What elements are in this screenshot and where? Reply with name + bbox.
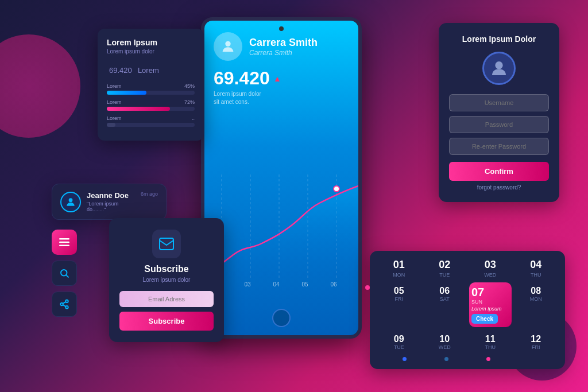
forgot-password-link[interactable]: forgot password? bbox=[449, 184, 549, 191]
login-avatar bbox=[482, 52, 516, 85]
cal-dot-light bbox=[444, 357, 448, 361]
cal-cell-11: 11 THU bbox=[469, 331, 512, 354]
subscribe-title: Subscribe bbox=[119, 264, 214, 274]
stats-card: Lorem Ipsum Lorem ipsum dolor 69.420 Lor… bbox=[98, 29, 204, 141]
tablet-camera bbox=[279, 26, 284, 31]
svg-point-24 bbox=[495, 61, 502, 69]
svg-rect-2 bbox=[59, 242, 69, 243]
cal-cell-06: 06 SAT bbox=[424, 282, 466, 327]
bg-blob-left bbox=[0, 34, 80, 138]
svg-point-0 bbox=[69, 198, 73, 202]
password-input[interactable] bbox=[449, 116, 549, 133]
svg-point-8 bbox=[65, 306, 68, 309]
subscribe-subtitle: Lorem ipsum dolor bbox=[119, 277, 214, 283]
tablet-mockup: Carrera Smith Carrera Smith 69.420 ▲ Lor… bbox=[201, 17, 362, 339]
cal-col-03: 03 WED bbox=[469, 259, 512, 278]
subscribe-card: Subscribe Lorem ipsum dolor Subscribe bbox=[109, 218, 224, 342]
svg-text:05: 05 bbox=[301, 281, 308, 288]
search-button[interactable] bbox=[52, 261, 77, 286]
email-input[interactable] bbox=[119, 291, 214, 307]
svg-text:04: 04 bbox=[273, 281, 280, 288]
tablet-chart: 02 03 04 05 06 bbox=[204, 174, 358, 301]
svg-point-12 bbox=[225, 41, 230, 46]
cal-dot-empty bbox=[528, 357, 532, 361]
svg-line-10 bbox=[63, 302, 65, 304]
cal-cell-08: 08 MON bbox=[515, 282, 558, 327]
user-time: 6m ago bbox=[141, 191, 158, 197]
cal-cell-12: 12 FRI bbox=[515, 331, 558, 354]
user-name: Jeanne Doe bbox=[87, 191, 135, 200]
icon-buttons-group bbox=[52, 230, 77, 317]
cal-cell-05: 05 FRI bbox=[378, 282, 420, 327]
check-button[interactable]: Check bbox=[471, 314, 498, 324]
menu-button[interactable] bbox=[52, 230, 77, 255]
svg-point-7 bbox=[60, 303, 63, 306]
user-quote: "Lorem ipsum do........" bbox=[87, 201, 135, 212]
share-button[interactable] bbox=[52, 292, 77, 317]
cal-dot-blue bbox=[403, 357, 407, 361]
user-card: Jeanne Doe "Lorem ipsum do........" 6m a… bbox=[52, 184, 167, 220]
confirm-button[interactable]: Confirm bbox=[449, 162, 549, 181]
svg-line-5 bbox=[66, 275, 68, 277]
calendar-row-2: 09 TUE 10 WED 11 THU 12 FRI bbox=[378, 331, 557, 354]
svg-text:03: 03 bbox=[244, 281, 251, 288]
bar-row-1: Lorem 45% bbox=[107, 83, 195, 95]
calendar: 01 MON 02 TUE 03 WED 04 THU 05 FRI 06 SA… bbox=[370, 251, 565, 369]
stats-big-number: 69.420 Lorem bbox=[107, 61, 195, 76]
subscribe-button[interactable]: Subscribe bbox=[119, 312, 214, 331]
cal-col-02: 02 TUE bbox=[424, 259, 466, 278]
tablet-avatar bbox=[214, 32, 242, 61]
svg-rect-1 bbox=[59, 238, 69, 240]
bar-row-3: Lorem .. bbox=[107, 115, 195, 127]
stats-card-title: Lorem Ipsum bbox=[107, 38, 195, 47]
svg-line-9 bbox=[63, 305, 65, 306]
tablet-stat: 69.420 ▲ Lorem ipsum dolor sit amet cons… bbox=[204, 68, 358, 106]
username-input[interactable] bbox=[449, 94, 549, 111]
svg-point-4 bbox=[61, 270, 67, 276]
cal-cell-07-highlight: 07 SUN Lorem Ipsum Check bbox=[469, 282, 512, 327]
bar-row-2: Lorem 72% bbox=[107, 99, 195, 111]
svg-rect-3 bbox=[59, 245, 69, 247]
subscribe-icon bbox=[152, 230, 181, 258]
tablet-user-name: Carrera Smith bbox=[249, 37, 318, 49]
user-avatar bbox=[60, 192, 81, 212]
calendar-row-1: 05 FRI 06 SAT 07 SUN Lorem Ipsum Check 0… bbox=[378, 282, 557, 327]
login-card: Lorem Ipsum Dolor Confirm forgot passwor… bbox=[439, 23, 559, 202]
stats-card-subtitle: Lorem ipsum dolor bbox=[107, 48, 195, 55]
decorative-dot-pink bbox=[365, 285, 370, 290]
reenter-password-input[interactable] bbox=[449, 138, 549, 155]
calendar-header: 01 MON 02 TUE 03 WED 04 THU bbox=[378, 259, 557, 278]
cal-col-04: 04 THU bbox=[515, 259, 558, 278]
cal-col-01: 01 MON bbox=[378, 259, 420, 278]
login-card-title: Lorem Ipsum Dolor bbox=[449, 34, 549, 44]
svg-text:06: 06 bbox=[330, 281, 337, 288]
svg-point-6 bbox=[65, 300, 68, 303]
cal-dot-pink bbox=[486, 357, 490, 361]
svg-rect-11 bbox=[160, 238, 173, 250]
tablet-user-subtitle: Carrera Smith bbox=[249, 49, 318, 57]
cal-cell-09: 09 TUE bbox=[378, 331, 420, 354]
tablet-description: Lorem ipsum dolor sit amet cons. bbox=[214, 90, 349, 106]
svg-point-23 bbox=[334, 186, 339, 192]
tablet-home-button[interactable] bbox=[272, 309, 291, 327]
cal-cell-10: 10 WED bbox=[424, 331, 466, 354]
